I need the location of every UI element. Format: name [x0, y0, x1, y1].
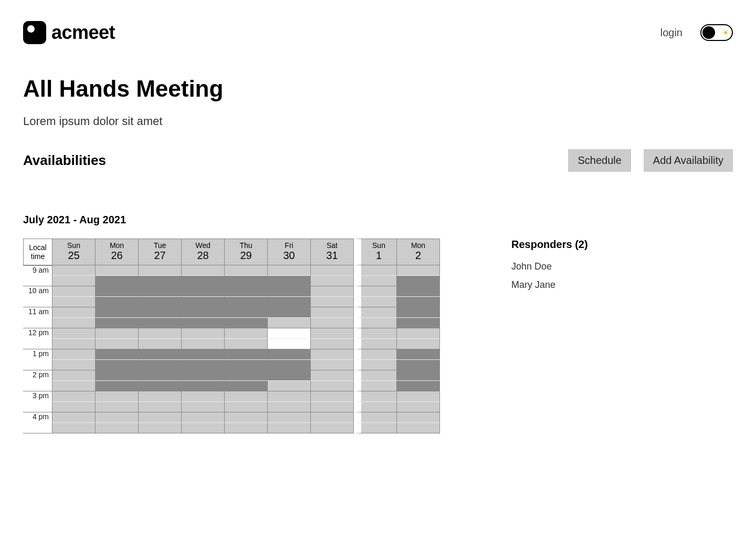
- availability-slot[interactable]: [96, 328, 139, 339]
- availability-slot[interactable]: [397, 381, 440, 391]
- availability-slot[interactable]: [225, 339, 268, 349]
- availability-slot[interactable]: [397, 391, 440, 402]
- availability-slot[interactable]: [182, 349, 225, 360]
- availability-slot[interactable]: [268, 339, 311, 349]
- availability-slot[interactable]: [311, 349, 354, 360]
- availability-slot[interactable]: [52, 360, 96, 370]
- availability-slot[interactable]: [225, 381, 268, 391]
- availability-slot[interactable]: [397, 297, 440, 307]
- availability-slot[interactable]: [354, 318, 397, 328]
- availability-slot[interactable]: [397, 412, 440, 423]
- availability-slot[interactable]: [52, 402, 96, 412]
- availability-slot[interactable]: [139, 297, 182, 307]
- availability-slot[interactable]: [354, 276, 397, 286]
- availability-slot[interactable]: [182, 328, 225, 339]
- availability-slot[interactable]: [182, 297, 225, 307]
- availability-slot[interactable]: [268, 349, 311, 360]
- availability-slot[interactable]: [225, 307, 268, 318]
- availability-slot[interactable]: [225, 370, 268, 381]
- availability-slot[interactable]: [52, 412, 96, 423]
- availability-slot[interactable]: [311, 276, 354, 286]
- availability-slot[interactable]: [52, 318, 96, 328]
- availability-slot[interactable]: [311, 328, 354, 339]
- availability-slot[interactable]: [311, 265, 354, 276]
- availability-slot[interactable]: [354, 370, 397, 381]
- availability-slot[interactable]: [139, 402, 182, 412]
- availability-slot[interactable]: [139, 360, 182, 370]
- availability-slot[interactable]: [182, 276, 225, 286]
- availability-slot[interactable]: [268, 391, 311, 402]
- availability-slot[interactable]: [225, 349, 268, 360]
- availability-slot[interactable]: [354, 339, 397, 349]
- availability-slot[interactable]: [139, 381, 182, 391]
- responder-item[interactable]: Mary Jane: [511, 280, 588, 291]
- availability-slot[interactable]: [96, 412, 139, 423]
- availability-slot[interactable]: [139, 318, 182, 328]
- availability-slot[interactable]: [354, 402, 397, 412]
- availability-slot[interactable]: [397, 286, 440, 297]
- availability-slot[interactable]: [225, 402, 268, 412]
- responder-item[interactable]: John Doe: [511, 261, 588, 272]
- availability-slot[interactable]: [139, 328, 182, 339]
- availability-slot[interactable]: [397, 307, 440, 318]
- availability-slot[interactable]: [397, 318, 440, 328]
- availability-slot[interactable]: [96, 265, 139, 276]
- availability-slot[interactable]: [268, 307, 311, 318]
- availability-slot[interactable]: [268, 286, 311, 297]
- availability-slot[interactable]: [182, 412, 225, 423]
- availability-slot[interactable]: [225, 286, 268, 297]
- availability-slot[interactable]: [225, 423, 268, 433]
- availability-slot[interactable]: [182, 286, 225, 297]
- availability-slot[interactable]: [311, 423, 354, 433]
- availability-slot[interactable]: [96, 307, 139, 318]
- availability-slot[interactable]: [354, 265, 397, 276]
- availability-slot[interactable]: [96, 349, 139, 360]
- availability-slot[interactable]: [354, 360, 397, 370]
- availability-slot[interactable]: [96, 276, 139, 286]
- availability-slot[interactable]: [397, 360, 440, 370]
- availability-slot[interactable]: [139, 370, 182, 381]
- availability-slot[interactable]: [354, 391, 397, 402]
- availability-slot[interactable]: [52, 286, 96, 297]
- availability-slot[interactable]: [96, 370, 139, 381]
- availability-slot[interactable]: [96, 339, 139, 349]
- availability-slot[interactable]: [311, 297, 354, 307]
- availability-slot[interactable]: [182, 381, 225, 391]
- availability-slot[interactable]: [225, 276, 268, 286]
- availability-slot[interactable]: [52, 381, 96, 391]
- availability-slot[interactable]: [397, 370, 440, 381]
- availability-slot[interactable]: [139, 265, 182, 276]
- availability-slot[interactable]: [311, 318, 354, 328]
- availability-slot[interactable]: [139, 423, 182, 433]
- availability-slot[interactable]: [268, 423, 311, 433]
- availability-slot[interactable]: [354, 423, 397, 433]
- availability-slot[interactable]: [311, 286, 354, 297]
- availability-slot[interactable]: [311, 370, 354, 381]
- availability-slot[interactable]: [139, 412, 182, 423]
- availability-slot[interactable]: [354, 349, 397, 360]
- availability-slot[interactable]: [397, 328, 440, 339]
- availability-slot[interactable]: [397, 265, 440, 276]
- login-link[interactable]: login: [660, 27, 682, 39]
- availability-slot[interactable]: [182, 318, 225, 328]
- availability-slot[interactable]: [52, 339, 96, 349]
- availability-slot[interactable]: [311, 402, 354, 412]
- availability-slot[interactable]: [52, 265, 96, 276]
- availability-slot[interactable]: [354, 328, 397, 339]
- availability-slot[interactable]: [182, 265, 225, 276]
- availability-slot[interactable]: [182, 391, 225, 402]
- availability-slot[interactable]: [397, 276, 440, 286]
- availability-slot[interactable]: [268, 265, 311, 276]
- availability-slot[interactable]: [354, 381, 397, 391]
- availability-slot[interactable]: [268, 402, 311, 412]
- availability-slot[interactable]: [182, 423, 225, 433]
- availability-slot[interactable]: [96, 318, 139, 328]
- availability-slot[interactable]: [354, 297, 397, 307]
- add-availability-button[interactable]: Add Availability: [644, 149, 733, 172]
- availability-slot[interactable]: [225, 318, 268, 328]
- availability-slot[interactable]: [96, 423, 139, 433]
- availability-slot[interactable]: [311, 360, 354, 370]
- theme-toggle[interactable]: ☀: [700, 24, 733, 41]
- availability-slot[interactable]: [96, 391, 139, 402]
- schedule-button[interactable]: Schedule: [568, 149, 631, 172]
